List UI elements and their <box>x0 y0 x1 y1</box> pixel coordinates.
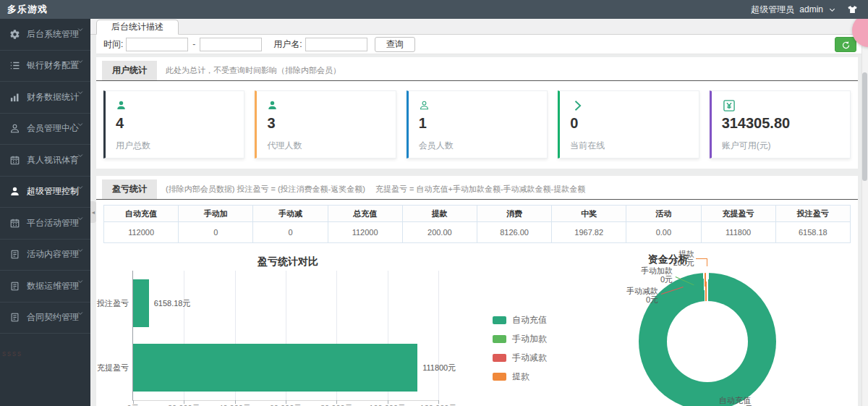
pie-slice-label-3: 提款200元 <box>673 250 694 267</box>
sidebar-item-label: 银行财务配置 <box>27 59 79 72</box>
table-value-cell: 112000 <box>328 222 402 243</box>
chevron-down-icon <box>77 244 84 257</box>
legend-item-2[interactable]: 手动减款 <box>493 352 547 364</box>
money-icon <box>722 98 840 113</box>
chevron-down-icon <box>77 23 84 36</box>
sidebar-item-1[interactable]: 银行财务配置 <box>0 51 90 83</box>
theme-shirt-icon[interactable] <box>847 5 858 14</box>
pie-slice-name: 手动减款 <box>626 287 658 295</box>
table-value-cell: 0.00 <box>626 222 701 243</box>
chevron-down-icon <box>828 6 836 14</box>
table-header-cell: 投注盈亏 <box>775 206 850 222</box>
list-icon <box>9 60 20 71</box>
stat-card-value: 0 <box>570 115 688 132</box>
table-header-cell: 手动加 <box>179 206 253 222</box>
legend-item-0[interactable]: 自动充值 <box>493 314 547 326</box>
calendar-icon <box>9 218 20 229</box>
bar-category-label: 充提盈亏 <box>97 363 129 373</box>
refresh-button[interactable] <box>835 37 856 52</box>
stat-card-4: 314305.80账户可用(元) <box>710 90 851 158</box>
sidebar-item-0[interactable]: 后台系统管理 <box>0 19 90 51</box>
profit-table: 自动充值手动加手动减总充值提款消费中奖活动充提盈亏投注盈亏 1120000011… <box>103 205 851 243</box>
table-header-cell: 中奖 <box>552 206 626 222</box>
legend-label: 手动减款 <box>512 352 547 364</box>
sidebar-item-5[interactable]: 超级管理控制 <box>0 177 90 208</box>
sidebar-item-label: 后台系统管理 <box>27 28 79 41</box>
table-value-cell: 6158.18 <box>775 222 850 243</box>
filter-bar: 时间: - 用户名: 查询 <box>96 35 868 54</box>
sidebar-menu: 后台系统管理银行财务配置财务数据统计会员管理中心真人视讯体育超级管理控制平台活动… <box>0 19 90 334</box>
legend-swatch <box>493 316 506 324</box>
profit-stats-title: 盈亏统计 <box>102 179 157 199</box>
user-filled-icon <box>116 98 234 113</box>
sidebar-item-label: 活动内容管理 <box>27 248 79 261</box>
sidebar-item-label: 数据运维管理 <box>27 280 79 292</box>
scrollbar-track[interactable] <box>861 35 868 406</box>
axis-tick-label: 20,000元 <box>168 403 200 406</box>
legend-label: 自动充值 <box>512 314 547 326</box>
stat-card-label: 当前在线 <box>570 140 688 152</box>
topbar: 多乐游戏 超级管理员 admin <box>0 0 868 19</box>
bar-1[interactable] <box>133 344 417 392</box>
time-from-input[interactable] <box>126 38 188 51</box>
sidebar-item-label: 会员管理中心 <box>27 122 79 135</box>
pie-leader-line <box>709 392 717 401</box>
sidebar-item-6[interactable]: 平台活动管理 <box>0 208 90 240</box>
donut-hole <box>667 301 748 382</box>
sidebar-collapse-handle[interactable]: ◄ <box>90 201 96 223</box>
stat-card-value: 4 <box>116 115 234 132</box>
legend-swatch <box>493 373 506 381</box>
legend-item-1[interactable]: 手动加款 <box>493 333 547 345</box>
legend-swatch <box>493 335 506 343</box>
chevron-down-icon <box>77 118 84 131</box>
axis-tick-label: 100,000元 <box>369 403 406 406</box>
stat-card-value: 3 <box>267 115 385 132</box>
bar-value-label: 111800元 <box>422 363 456 373</box>
axis-tick-label: 40,000元 <box>218 403 251 406</box>
sidebar-item-7[interactable]: 活动内容管理 <box>0 240 90 271</box>
stat-card-3: 0当前在线 <box>558 90 699 158</box>
stat-card-value: 314305.80 <box>722 115 840 132</box>
table-value-cell: 112000 <box>104 222 179 243</box>
profit-table-header-row: 自动充值手动加手动减总充值提款消费中奖活动充提盈亏投注盈亏 <box>104 206 851 222</box>
user-stats-title: 用户统计 <box>102 61 157 80</box>
pie-slice-value: 0元 <box>626 295 658 304</box>
profit-stats-panel: 盈亏统计 (排除内部会员数据) 投注盈亏 = (投注消费金额-返奖金额) 充提盈… <box>96 176 858 406</box>
legend-item-3[interactable]: 提款 <box>493 371 547 383</box>
calendar-icon <box>9 155 20 166</box>
pie-slice-name: 自动充值 <box>719 396 753 405</box>
stat-card-2: 1会员人数 <box>407 90 548 158</box>
table-value-cell: 111800 <box>701 222 775 243</box>
sidebar-item-3[interactable]: 会员管理中心 <box>0 114 90 145</box>
table-header-cell: 消费 <box>477 206 551 222</box>
axis-tick-label: 80,000元 <box>320 403 353 406</box>
pie-slice-value: 200元 <box>673 258 694 267</box>
table-header-cell: 自动充值 <box>104 206 179 222</box>
bar-category-label: 投注盈亏 <box>97 297 129 308</box>
refresh-icon <box>841 39 851 49</box>
scrollbar-thumb[interactable] <box>862 72 867 181</box>
bar-0[interactable] <box>133 279 149 327</box>
chevron-down-icon <box>77 86 84 99</box>
table-header-cell: 充提盈亏 <box>701 206 775 222</box>
username-input[interactable] <box>305 38 367 51</box>
sidebar-item-label: 财务数据统计 <box>27 91 79 103</box>
sidebar-item-9[interactable]: 合同契约管理 <box>0 303 90 334</box>
user-stats-note: 此处为总计，不受查询时间影响（排除内部会员） <box>166 65 341 80</box>
sidebar-item-label: 平台活动管理 <box>27 217 79 229</box>
stat-card-label: 会员人数 <box>419 140 537 152</box>
tab-backend-stats[interactable]: 后台统计描述 <box>96 20 179 35</box>
table-header-cell: 提款 <box>402 206 477 222</box>
chart-legend: 自动充值手动加款手动减款提款 <box>493 314 547 383</box>
sidebar-item-8[interactable]: 数据运维管理 <box>0 271 90 303</box>
stat-card-0: 4用户总数 <box>103 90 244 158</box>
sidebar-item-4[interactable]: 真人视讯体育 <box>0 145 90 177</box>
tab-bar: 后台统计描述 <box>90 19 868 35</box>
sidebar-item-2[interactable]: 财务数据统计 <box>0 82 90 114</box>
time-to-input[interactable] <box>200 38 262 51</box>
pie-leader-line <box>696 258 707 266</box>
user-filled-icon <box>9 186 20 197</box>
user-menu[interactable]: 超级管理员 admin <box>751 4 858 16</box>
user-filled-icon <box>267 98 385 113</box>
query-button[interactable]: 查询 <box>375 37 415 52</box>
